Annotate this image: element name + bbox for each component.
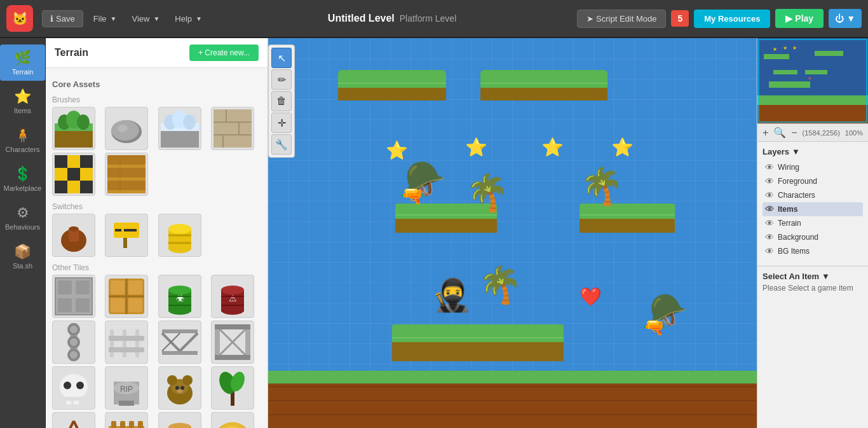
- tile-fence2[interactable]: [105, 412, 148, 428]
- layer-items[interactable]: 👁 Items: [763, 202, 863, 216]
- save-button[interactable]: ℹ Save: [42, 10, 83, 27]
- resources-button[interactable]: My Resources: [694, 10, 770, 28]
- script-edit-button[interactable]: ➤ Script Edit Mode: [577, 10, 666, 28]
- select-tool[interactable]: ↖: [271, 48, 292, 68]
- eye-icon-terrain[interactable]: 👁: [765, 218, 774, 228]
- tile-bear[interactable]: [158, 366, 201, 410]
- file-menu[interactable]: File ▼: [88, 11, 122, 26]
- view-dropdown-arrow: ▼: [153, 15, 159, 22]
- svg-rect-26: [55, 181, 67, 193]
- svg-point-107: [177, 389, 183, 393]
- tool-bar: ↖ ✏ 🗑 ✛ 🔧: [268, 45, 295, 158]
- eye-icon-items[interactable]: 👁: [765, 204, 774, 214]
- tile-plant[interactable]: [211, 366, 254, 410]
- save-label: Save: [56, 14, 75, 24]
- svg-rect-28: [80, 181, 93, 193]
- settings-tool[interactable]: 🔧: [271, 134, 292, 155]
- tile-metal[interactable]: [52, 275, 95, 318]
- layer-terrain[interactable]: 👁 Terrain: [763, 216, 863, 230]
- svg-text:☣: ☣: [175, 293, 184, 303]
- layer-name-foreground: Foreground: [778, 177, 860, 186]
- tile-truss[interactable]: [158, 321, 201, 364]
- zoom-search-button[interactable]: 🔍: [773, 127, 786, 139]
- sidebar-item-behaviours[interactable]: ⚙ Behaviours: [0, 200, 45, 236]
- select-item-section: Select An Item ▼ Please Select a game it…: [757, 266, 868, 298]
- svg-line-83: [180, 333, 198, 351]
- brush-tile-wood[interactable]: [105, 153, 148, 196]
- eye-icon-background[interactable]: 👁: [765, 232, 774, 242]
- tile-chain[interactable]: [52, 321, 95, 364]
- sidebar-stash-label: Sta.sh: [13, 262, 32, 270]
- tile-roots[interactable]: [52, 412, 95, 428]
- eye-icon-characters[interactable]: 👁: [765, 190, 774, 200]
- tile-crate[interactable]: [105, 275, 148, 318]
- help-menu[interactable]: Help ▼: [170, 11, 207, 26]
- brush-tile-stone[interactable]: [211, 107, 254, 150]
- brushes-title: Brushes: [52, 95, 261, 104]
- svg-rect-113: [111, 421, 116, 428]
- eye-icon-bg-items[interactable]: 👁: [765, 246, 774, 256]
- sidebar-item-characters[interactable]: 🧍 Characters: [0, 122, 45, 158]
- layer-name-characters: Characters: [778, 191, 860, 200]
- switch-tile-bag[interactable]: [52, 214, 95, 257]
- tile-gravestone[interactable]: RIP: [105, 366, 148, 410]
- power-button[interactable]: ⏻ ▼: [829, 9, 862, 28]
- view-menu[interactable]: View ▼: [127, 11, 165, 26]
- tile-red-barrel[interactable]: ⚠: [211, 275, 254, 318]
- layer-wiring[interactable]: 👁 Wiring: [763, 160, 863, 174]
- create-new-button[interactable]: + Create new...: [189, 45, 259, 61]
- sidebar-behaviours-label: Behaviours: [5, 223, 40, 231]
- sidebar-item-stash[interactable]: 📦 Sta.sh: [0, 238, 45, 275]
- tile-barrel2[interactable]: [158, 412, 201, 428]
- script-icon: ➤: [587, 14, 593, 24]
- svg-point-7: [118, 125, 128, 132]
- svg-point-104: [182, 375, 193, 385]
- eye-icon-foreground[interactable]: 👁: [765, 176, 774, 186]
- svg-rect-99: [119, 401, 134, 406]
- play-button[interactable]: ▶ Play: [775, 9, 824, 28]
- svg-rect-86: [245, 324, 250, 360]
- tile-hay[interactable]: [211, 412, 254, 428]
- notification-badge[interactable]: 5: [671, 10, 689, 27]
- paint-tool[interactable]: ✏: [271, 69, 292, 90]
- platform-top-right: [480, 70, 607, 100]
- svg-point-36: [69, 226, 79, 231]
- sidebar-item-items[interactable]: ⭐ Items: [0, 83, 45, 120]
- layer-name-bg-items: BG Items: [778, 247, 860, 256]
- tile-fence[interactable]: [105, 321, 148, 364]
- canvas-area[interactable]: ↖ ✏ 🗑 ✛ 🔧 ⭐ ⭐ ⭐ ⭐ �: [268, 38, 757, 428]
- brush-tile-rock[interactable]: [105, 107, 148, 150]
- switch-tile-barrel[interactable]: [158, 214, 201, 257]
- move-tool[interactable]: ✛: [271, 113, 292, 133]
- asset-content[interactable]: Core Assets Brushes: [46, 68, 268, 428]
- layers-header[interactable]: Layers ▼: [763, 147, 863, 156]
- minimap-controls: + 🔍 − (1584,2256) 100%: [757, 124, 868, 142]
- tile-green-barrel[interactable]: ☣: [158, 275, 201, 318]
- layer-background[interactable]: 👁 Background: [763, 230, 863, 244]
- sidebar-item-marketplace[interactable]: 💲 Marketplace: [0, 161, 45, 197]
- svg-rect-40: [124, 229, 137, 231]
- character-pirate: 🥷: [432, 277, 471, 314]
- select-item-header[interactable]: Select An Item ▼: [763, 272, 863, 281]
- view-label: View: [132, 14, 150, 24]
- minimap[interactable]: ★ ★ ★ ♥: [757, 38, 868, 124]
- svg-point-92: [64, 382, 71, 389]
- layer-foreground[interactable]: 👁 Foreground: [763, 174, 863, 188]
- layer-characters[interactable]: 👁 Characters: [763, 188, 863, 202]
- sidebar-item-terrain[interactable]: 🌿 Terrain: [0, 45, 45, 81]
- switch-tile-sign[interactable]: [105, 214, 148, 257]
- tile-gate[interactable]: [211, 321, 254, 364]
- brush-tile-grass[interactable]: [52, 107, 95, 150]
- layer-bg-items[interactable]: 👁 BG Items: [763, 244, 863, 258]
- erase-tool[interactable]: 🗑: [271, 91, 292, 111]
- svg-rect-39: [115, 229, 121, 231]
- eye-icon-wiring[interactable]: 👁: [765, 162, 774, 172]
- tile-skull[interactable]: [52, 366, 95, 410]
- svg-text:♥: ♥: [808, 76, 811, 81]
- main-layout: 🌿 Terrain ⭐ Items 🧍 Characters 💲 Marketp…: [0, 38, 868, 428]
- switches-title: Switches: [52, 202, 261, 211]
- brush-tile-snow[interactable]: [158, 107, 201, 150]
- zoom-in-button[interactable]: +: [763, 127, 768, 139]
- brush-tile-hazard[interactable]: [52, 153, 95, 196]
- zoom-out-button[interactable]: −: [791, 127, 797, 139]
